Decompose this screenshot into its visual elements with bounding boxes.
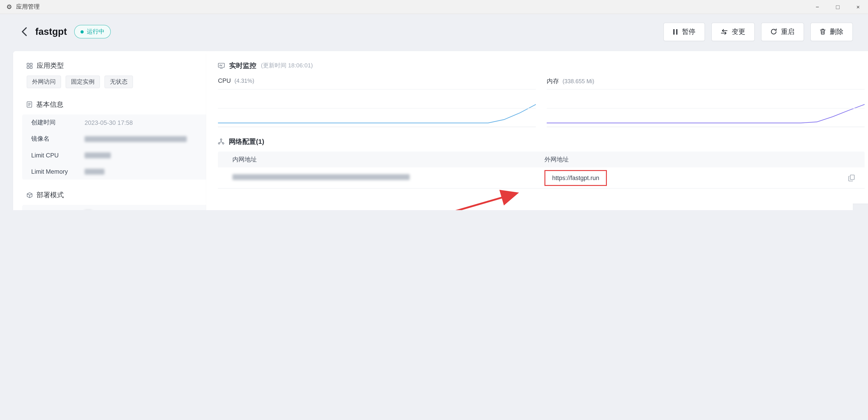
titlebar: ⚙ 应用管理 − □ ×	[0, 0, 868, 14]
section-title: 应用类型	[37, 61, 64, 70]
app-gear-icon: ⚙	[6, 3, 12, 10]
window-controls: − □ ×	[807, 0, 868, 13]
delete-button[interactable]: 删除	[810, 22, 853, 41]
monitor-icon	[218, 63, 225, 68]
section-title: 部署模式	[37, 191, 64, 199]
instances-card: 实例列表 2 个实例 实例名 状态 重启次数 启动时长 CPU 内存 操作 fa…	[206, 200, 853, 210]
header-actions: 暂停 变更 重启 删除	[663, 22, 853, 41]
monitor-header: 实时监控 (更新时间 18:06:01)	[218, 60, 865, 71]
column-header-external: 外网地址	[545, 155, 865, 163]
button-label: 变更	[732, 27, 745, 36]
instances-header: 实例列表 2 个实例	[206, 209, 853, 210]
grid-icon	[27, 63, 33, 68]
internal-address	[232, 174, 545, 182]
tag: 无状态	[104, 76, 133, 88]
card-title: 实时监控	[229, 61, 256, 70]
trash-icon	[820, 29, 826, 35]
back-button[interactable]	[18, 26, 30, 37]
metric-name: CPU	[218, 77, 231, 84]
basic-info-block: 创建时间 2023-05-30 17:58 镜像名 Limit CPU Limi…	[22, 115, 209, 180]
network-table: 内网地址 外网地址 https://fastgpt.run	[218, 152, 865, 189]
tag: 固定实例	[66, 76, 100, 88]
app-type-tags: 外网访问 固定实例 无状态	[27, 76, 209, 88]
mem-chart-block: 内存 (338.655 Mi)	[547, 77, 865, 127]
metric-value: (4.31%)	[235, 78, 254, 84]
monitor-card: 实时监控 (更新时间 18:06:01) CPU (4.31%) 内存 (338…	[206, 51, 868, 204]
mem-chart	[547, 89, 865, 127]
info-label: 实例数	[31, 209, 85, 210]
copy-icon	[848, 174, 855, 181]
info-label: Limit Memory	[31, 168, 85, 175]
update-time: (更新时间 18:06:01)	[261, 62, 313, 70]
network-table-header: 内网地址 外网地址	[218, 152, 865, 168]
redacted-value	[85, 169, 104, 174]
pause-button[interactable]: 暂停	[663, 22, 705, 41]
redacted-value	[232, 174, 410, 180]
swap-arrows-icon	[721, 29, 727, 35]
app-window: ⚙ 应用管理 − □ × fastgpt 运行中 暂停 变更	[0, 0, 868, 210]
metric-name: 内存	[547, 77, 559, 86]
change-button[interactable]: 变更	[711, 22, 755, 41]
cpu-chart-block: CPU (4.31%)	[218, 77, 536, 127]
tag: 外网访问	[27, 76, 61, 88]
mem-chart-label: 内存 (338.655 Mi)	[547, 77, 865, 86]
status-label: 运行中	[87, 28, 104, 36]
info-label: 创建时间	[31, 119, 85, 127]
info-row: 创建时间 2023-05-30 17:58	[22, 115, 209, 131]
info-row: Limit CPU	[22, 147, 209, 163]
sidebar: 应用类型 外网访问 固定实例 无状态 基本信息 创建时间 2023-05-30 …	[13, 51, 218, 210]
metric-value: (338.655 Mi)	[562, 78, 594, 85]
info-label: Limit CPU	[31, 152, 85, 158]
redacted-value	[85, 136, 187, 142]
cpu-line-chart	[218, 90, 536, 127]
restart-icon	[771, 29, 777, 35]
deploy-block: 实例数	[22, 205, 209, 210]
external-url-box[interactable]: https://fastgpt.run	[545, 170, 607, 186]
info-row: 镜像名	[22, 131, 209, 147]
mem-line-chart	[547, 90, 865, 127]
redacted-value	[85, 152, 111, 158]
minimize-button[interactable]: −	[807, 0, 828, 13]
section-title: 基本信息	[36, 100, 63, 109]
pause-icon	[673, 29, 678, 35]
cpu-chart-label: CPU (4.31%)	[218, 77, 536, 86]
close-button[interactable]: ×	[848, 0, 868, 13]
info-value: 2023-05-30 17:58	[85, 119, 133, 126]
network-icon	[218, 139, 224, 145]
document-icon	[27, 101, 32, 108]
page-header: fastgpt 运行中 暂停 变更 重启 删除	[18, 22, 853, 41]
network-table-row: https://fastgpt.run	[218, 168, 865, 189]
maximize-button[interactable]: □	[828, 0, 848, 13]
external-address-cell: https://fastgpt.run	[545, 170, 865, 186]
button-label: 暂停	[682, 27, 695, 36]
copy-url-button[interactable]	[846, 173, 857, 183]
card-title: 网络配置(1)	[229, 137, 264, 146]
network-header: 网络配置(1)	[218, 136, 865, 147]
status-dot-icon	[81, 30, 84, 33]
cpu-chart	[218, 89, 536, 127]
info-row: Limit Memory	[22, 163, 209, 180]
status-badge: 运行中	[74, 25, 111, 38]
external-url: https://fastgpt.run	[552, 174, 599, 181]
info-label: 镜像名	[31, 135, 85, 143]
section-app-type: 应用类型	[27, 61, 209, 70]
section-deploy-mode: 部署模式	[27, 190, 209, 200]
section-basic-info: 基本信息	[27, 100, 209, 109]
column-header-internal: 内网地址	[232, 155, 545, 163]
button-label: 重启	[781, 27, 795, 36]
cube-icon	[27, 192, 33, 198]
button-label: 删除	[830, 27, 843, 36]
page-title: fastgpt	[35, 26, 67, 37]
info-row: 实例数	[22, 205, 209, 210]
restart-button[interactable]: 重启	[761, 22, 804, 41]
monitor-charts: CPU (4.31%) 内存 (338.655 Mi)	[218, 77, 865, 127]
chevron-left-icon	[21, 27, 27, 36]
window-title: 应用管理	[16, 3, 39, 11]
